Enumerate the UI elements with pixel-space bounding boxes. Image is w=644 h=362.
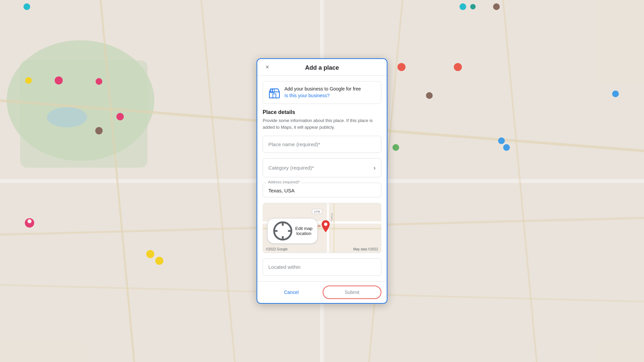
located-within-placeholder: Located within — [268, 264, 301, 270]
close-icon: × — [266, 64, 269, 71]
svg-rect-35 — [273, 94, 276, 98]
address-label: Address (required)* — [267, 180, 301, 184]
dialog-header: × Add a place — [257, 59, 387, 76]
svg-text:Frostic L...: Frostic L... — [331, 213, 333, 224]
edit-location-button[interactable]: Edit map location — [267, 218, 318, 244]
submit-button[interactable]: Submit — [323, 286, 381, 299]
map-pin — [322, 220, 330, 234]
business-text: Add your business to Google for free Is … — [284, 86, 361, 98]
chevron-right-icon: › — [373, 164, 376, 172]
category-field[interactable]: Category (required)* › — [263, 158, 381, 177]
edit-location-label: Edit map location — [295, 226, 313, 236]
section-description: Provide some information about this plac… — [263, 117, 381, 130]
svg-point-45 — [324, 223, 327, 226]
business-title: Add your business to Google for free — [284, 86, 361, 92]
edit-icon — [272, 221, 293, 241]
dialog-footer: Cancel Submit — [257, 281, 387, 303]
dialog-overlay: × Add a place Add your business — [0, 0, 644, 362]
place-name-field[interactable] — [263, 136, 381, 153]
located-within-field[interactable]: Located within — [263, 258, 381, 276]
svg-text:1770: 1770 — [314, 210, 320, 213]
dialog-title: Add a place — [305, 64, 339, 71]
address-wrapper: Address (required)* Texas, USA — [263, 183, 381, 197]
cancel-button[interactable]: Cancel — [263, 286, 320, 299]
map-preview-inner: 1770 Frostic L... Mirador El Oaasis — [263, 203, 381, 253]
place-details-section: Place details Provide some information a… — [263, 109, 381, 130]
place-name-input[interactable] — [263, 136, 381, 153]
svg-rect-40 — [333, 203, 334, 253]
store-icon — [268, 87, 280, 99]
dialog-body: Add your business to Google for free Is … — [257, 76, 387, 281]
address-value: Texas, USA — [268, 188, 294, 193]
close-button[interactable]: × — [262, 62, 273, 73]
business-card: Add your business to Google for free Is … — [263, 81, 381, 104]
add-place-dialog: × Add a place Add your business — [257, 58, 387, 304]
map-data: Map data ©2022 — [353, 247, 378, 251]
business-link[interactable]: Is this your business? — [284, 93, 361, 98]
map-preview: 1770 Frostic L... Mirador El Oaasis — [263, 203, 381, 253]
address-field[interactable]: Texas, USA — [263, 183, 381, 197]
category-placeholder: Category (required)* — [268, 165, 314, 171]
section-title: Place details — [263, 109, 381, 115]
map-copyright: ©2022 Google — [266, 247, 288, 251]
